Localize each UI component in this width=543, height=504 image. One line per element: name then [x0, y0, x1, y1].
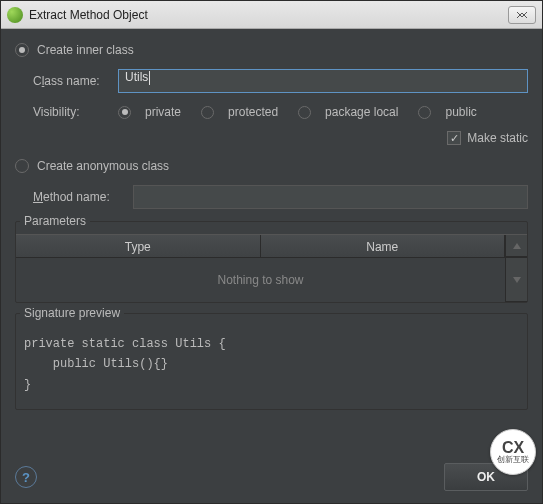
signature-preview-section: Signature preview private static class U… — [15, 313, 528, 410]
move-down-button[interactable] — [505, 258, 527, 302]
visibility-group: private protected package local public — [118, 105, 477, 119]
watermark-letters: CX — [502, 440, 524, 456]
sig-line: private static class Utils { — [24, 334, 519, 354]
sig-line: public Utils(){} — [24, 354, 519, 374]
sig-line: } — [24, 375, 519, 395]
visibility-package-local[interactable]: package local — [298, 105, 398, 119]
class-name-input[interactable]: Utils — [118, 69, 528, 93]
class-name-label: Class name: — [33, 74, 118, 88]
close-icon — [516, 11, 528, 19]
radio-icon — [298, 106, 311, 119]
app-icon — [7, 7, 23, 23]
column-name[interactable]: Name — [261, 235, 506, 257]
dialog-window: Extract Method Object Create inner class… — [0, 0, 543, 504]
visibility-label: Visibility: — [33, 105, 118, 119]
visibility-public[interactable]: public — [418, 105, 476, 119]
radio-icon — [201, 106, 214, 119]
arrow-up-icon — [512, 241, 522, 251]
make-static-label: Make static — [467, 131, 528, 145]
create-anonymous-class-option[interactable]: Create anonymous class — [15, 159, 528, 173]
parameters-title: Parameters — [20, 214, 90, 228]
parameters-section: Parameters Type Name Nothing to show — [15, 221, 528, 303]
parameters-empty-text: Nothing to show — [16, 258, 505, 302]
text-caret — [149, 71, 150, 85]
titlebar[interactable]: Extract Method Object — [1, 1, 542, 29]
visibility-row: Visibility: private protected package lo… — [33, 105, 528, 119]
class-name-row: Class name: Utils — [33, 69, 528, 93]
radio-icon — [15, 159, 29, 173]
radio-icon — [118, 106, 131, 119]
bottom-bar: ? OK — [15, 457, 528, 491]
method-name-row: Method name: — [33, 185, 528, 209]
make-static-row[interactable]: Make static — [33, 131, 528, 145]
arrow-down-icon — [512, 275, 522, 285]
create-anonymous-class-label: Create anonymous class — [37, 159, 169, 173]
watermark-brand: 创新互联 — [497, 456, 529, 464]
watermark-logo: CX 创新互联 — [490, 429, 536, 475]
close-button[interactable] — [508, 6, 536, 24]
parameters-header: Type Name — [16, 234, 527, 258]
parameters-body: Nothing to show — [16, 258, 527, 302]
move-up-button[interactable] — [505, 235, 527, 257]
create-inner-class-label: Create inner class — [37, 43, 134, 57]
create-inner-class-option[interactable]: Create inner class — [15, 43, 528, 57]
signature-preview-title: Signature preview — [20, 306, 124, 320]
column-type[interactable]: Type — [16, 235, 261, 257]
checkbox-icon — [447, 131, 461, 145]
window-title: Extract Method Object — [29, 8, 508, 22]
method-name-input[interactable] — [133, 185, 528, 209]
method-name-label: Method name: — [33, 190, 133, 204]
signature-preview-body: private static class Utils { public Util… — [16, 326, 527, 409]
radio-icon — [418, 106, 431, 119]
dialog-body: Create inner class Class name: Utils Vis… — [1, 29, 542, 503]
visibility-private[interactable]: private — [118, 105, 181, 119]
help-button[interactable]: ? — [15, 466, 37, 488]
radio-icon — [15, 43, 29, 57]
visibility-protected[interactable]: protected — [201, 105, 278, 119]
